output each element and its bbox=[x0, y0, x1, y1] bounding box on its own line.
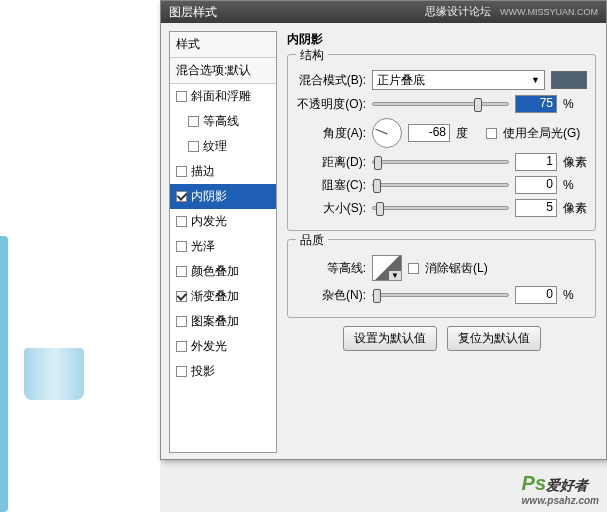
angle-input[interactable]: -68 bbox=[408, 124, 450, 142]
layer-style-dialog: 图层样式 思缘设计论坛 WWW.MISSYUAN.COM 样式 混合选项:默认 … bbox=[160, 0, 607, 460]
angle-label: 角度(A): bbox=[296, 125, 366, 142]
choke-unit: % bbox=[563, 178, 587, 192]
size-slider[interactable] bbox=[372, 206, 509, 210]
structure-label: 结构 bbox=[296, 47, 328, 64]
global-light-checkbox[interactable] bbox=[486, 128, 497, 139]
style-checkbox[interactable] bbox=[176, 91, 187, 102]
noise-input[interactable]: 0 bbox=[515, 286, 557, 304]
distance-slider[interactable] bbox=[372, 160, 509, 164]
blend-mode-combo[interactable]: 正片叠底 ▼ bbox=[372, 70, 545, 90]
distance-label: 距离(D): bbox=[296, 154, 366, 171]
contour-picker[interactable]: ▼ bbox=[372, 255, 402, 281]
noise-slider[interactable] bbox=[372, 293, 509, 297]
panel-title: 内阴影 bbox=[287, 31, 596, 48]
style-item-label: 颜色叠加 bbox=[191, 263, 239, 280]
opacity-unit: % bbox=[563, 97, 587, 111]
brand-text: 思缘设计论坛 WWW.MISSYUAN.COM bbox=[425, 4, 598, 20]
style-item-10[interactable]: 外发光 bbox=[170, 334, 276, 359]
reset-default-button[interactable]: 复位为默认值 bbox=[447, 326, 541, 351]
style-checkbox[interactable] bbox=[176, 341, 187, 352]
style-item-label: 纹理 bbox=[203, 138, 227, 155]
style-item-0[interactable]: 斜面和浮雕 bbox=[170, 84, 276, 109]
inner-shadow-panel: 内阴影 结构 混合模式(B): 正片叠底 ▼ 不透明度(O): 75 % bbox=[277, 23, 606, 461]
style-checkbox[interactable] bbox=[176, 241, 187, 252]
choke-input[interactable]: 0 bbox=[515, 176, 557, 194]
angle-unit: 度 bbox=[456, 125, 480, 142]
style-item-11[interactable]: 投影 bbox=[170, 359, 276, 384]
style-checkbox[interactable] bbox=[176, 316, 187, 327]
style-checkbox[interactable] bbox=[188, 141, 199, 152]
watermark: Ps爱好者 www.psahz.com bbox=[522, 472, 599, 506]
quality-group: 品质 等高线: ▼ 消除锯齿(L) 杂色(N): 0 % bbox=[287, 239, 596, 318]
style-item-label: 描边 bbox=[191, 163, 215, 180]
quality-label: 品质 bbox=[296, 232, 328, 249]
style-item-9[interactable]: 图案叠加 bbox=[170, 309, 276, 334]
canvas-edge bbox=[0, 236, 8, 512]
style-list-header[interactable]: 样式 bbox=[170, 32, 276, 58]
style-item-label: 斜面和浮雕 bbox=[191, 88, 251, 105]
chevron-down-icon: ▼ bbox=[389, 271, 401, 280]
canvas-cylinder-object bbox=[24, 348, 84, 400]
style-checkbox[interactable] bbox=[176, 166, 187, 177]
dialog-title: 图层样式 bbox=[169, 4, 217, 20]
noise-unit: % bbox=[563, 288, 587, 302]
style-item-label: 外发光 bbox=[191, 338, 227, 355]
style-checkbox[interactable] bbox=[176, 366, 187, 377]
distance-input[interactable]: 1 bbox=[515, 153, 557, 171]
style-item-6[interactable]: 光泽 bbox=[170, 234, 276, 259]
style-list: 样式 混合选项:默认 斜面和浮雕等高线纹理描边内阴影内发光光泽颜色叠加渐变叠加图… bbox=[169, 31, 277, 453]
style-item-3[interactable]: 描边 bbox=[170, 159, 276, 184]
style-checkbox[interactable] bbox=[188, 116, 199, 127]
style-item-label: 内阴影 bbox=[191, 188, 227, 205]
angle-dial[interactable] bbox=[372, 118, 402, 148]
dialog-titlebar[interactable]: 图层样式 思缘设计论坛 WWW.MISSYUAN.COM bbox=[161, 1, 606, 23]
antialias-label: 消除锯齿(L) bbox=[425, 260, 488, 277]
style-item-label: 内发光 bbox=[191, 213, 227, 230]
opacity-slider[interactable] bbox=[372, 102, 509, 106]
opacity-input[interactable]: 75 bbox=[515, 95, 557, 113]
style-item-2[interactable]: 纹理 bbox=[170, 134, 276, 159]
style-item-4[interactable]: 内阴影 bbox=[170, 184, 276, 209]
style-item-label: 投影 bbox=[191, 363, 215, 380]
style-item-label: 等高线 bbox=[203, 113, 239, 130]
antialias-checkbox[interactable] bbox=[408, 263, 419, 274]
blend-options-default[interactable]: 混合选项:默认 bbox=[170, 58, 276, 84]
canvas-background bbox=[0, 0, 160, 512]
chevron-down-icon: ▼ bbox=[531, 75, 540, 85]
size-unit: 像素 bbox=[563, 200, 587, 217]
choke-label: 阻塞(C): bbox=[296, 177, 366, 194]
style-checkbox[interactable] bbox=[176, 216, 187, 227]
opacity-label: 不透明度(O): bbox=[296, 96, 366, 113]
make-default-button[interactable]: 设置为默认值 bbox=[343, 326, 437, 351]
distance-unit: 像素 bbox=[563, 154, 587, 171]
style-item-label: 渐变叠加 bbox=[191, 288, 239, 305]
structure-group: 结构 混合模式(B): 正片叠底 ▼ 不透明度(O): 75 % 角 bbox=[287, 54, 596, 231]
choke-slider[interactable] bbox=[372, 183, 509, 187]
global-light-label: 使用全局光(G) bbox=[503, 125, 580, 142]
style-checkbox[interactable] bbox=[176, 291, 187, 302]
contour-label: 等高线: bbox=[296, 260, 366, 277]
shadow-color-swatch[interactable] bbox=[551, 71, 587, 89]
size-input[interactable]: 5 bbox=[515, 199, 557, 217]
style-item-5[interactable]: 内发光 bbox=[170, 209, 276, 234]
style-item-label: 图案叠加 bbox=[191, 313, 239, 330]
size-label: 大小(S): bbox=[296, 200, 366, 217]
blend-mode-label: 混合模式(B): bbox=[296, 72, 366, 89]
style-checkbox[interactable] bbox=[176, 191, 187, 202]
style-item-7[interactable]: 颜色叠加 bbox=[170, 259, 276, 284]
style-item-8[interactable]: 渐变叠加 bbox=[170, 284, 276, 309]
style-item-label: 光泽 bbox=[191, 238, 215, 255]
noise-label: 杂色(N): bbox=[296, 287, 366, 304]
style-checkbox[interactable] bbox=[176, 266, 187, 277]
style-item-1[interactable]: 等高线 bbox=[170, 109, 276, 134]
